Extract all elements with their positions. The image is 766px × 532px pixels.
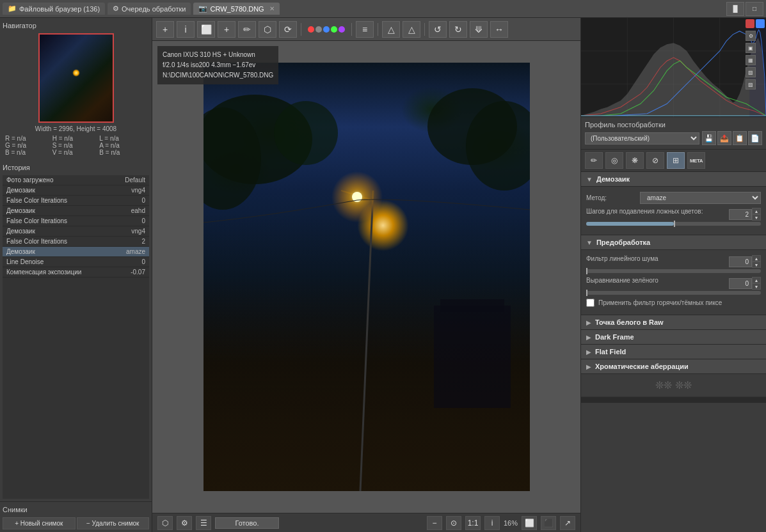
hist-blue-indicator[interactable] bbox=[756, 19, 765, 28]
line-denoise-up-button[interactable]: ▲ bbox=[752, 255, 761, 262]
tab-image[interactable]: 📷 CRW_5780.DNG ✕ bbox=[193, 3, 279, 15]
hist-red-indicator[interactable] bbox=[746, 19, 754, 28]
zoom-out-button[interactable]: − bbox=[427, 516, 442, 530]
hotpixel-label[interactable]: Применить фильтр горячих/тёмных пиксе bbox=[598, 299, 722, 306]
demosaic-header[interactable]: ▼ Демозаик bbox=[581, 172, 766, 187]
green-dot bbox=[331, 26, 337, 33]
left-panel: Навигатор Width = 2996, Height = 4008 R … bbox=[0, 18, 152, 532]
nav-a: A = n/a bbox=[99, 142, 147, 149]
export-button[interactable]: ↗ bbox=[560, 516, 575, 530]
line-denoise-down-button[interactable]: ▼ bbox=[752, 262, 761, 268]
bottom-scrollbar[interactable] bbox=[581, 396, 766, 403]
history-item[interactable]: Демозаик eahd bbox=[3, 206, 149, 216]
hist-option4-button[interactable]: ▨ bbox=[746, 79, 756, 90]
new-profile-button[interactable]: 📄 bbox=[748, 131, 762, 145]
demosaic-accordion: ▼ Демозаик Метод: amaze vng4 eahd Шагов … bbox=[581, 172, 766, 235]
demosaic-body: Метод: amaze vng4 eahd Шагов для подавле… bbox=[581, 187, 766, 235]
tab-meta[interactable]: META bbox=[687, 152, 705, 169]
history-item[interactable]: Компенсация экспозиции -0.07 bbox=[3, 267, 149, 278]
remove-snapshot-button[interactable]: − Удалить снимок bbox=[77, 517, 150, 529]
navigator-section: Навигатор Width = 2996, Height = 4008 R … bbox=[0, 18, 152, 160]
history-item[interactable]: Демозаик amaze bbox=[3, 247, 149, 257]
line-denoise-value: 0 bbox=[729, 256, 752, 267]
flip-button[interactable]: ⟱ bbox=[470, 21, 488, 38]
history-item[interactable]: Line Denoise 0 bbox=[3, 257, 149, 267]
queue-label: Очередь обработки bbox=[122, 5, 186, 13]
profile-section: Профиль постобработки (Пользовательский)… bbox=[581, 117, 766, 150]
save-profile-button[interactable]: 💾 bbox=[702, 131, 716, 145]
history-item[interactable]: Демозаик vng4 bbox=[3, 185, 149, 196]
maximize-button[interactable]: □ bbox=[746, 2, 763, 16]
zoom-100-button[interactable]: 1:1 bbox=[465, 516, 481, 530]
close-tab-icon[interactable]: ✕ bbox=[269, 5, 275, 12]
draw-button[interactable]: ✏ bbox=[238, 21, 256, 38]
image-tool3-button[interactable]: ☰ bbox=[196, 516, 211, 530]
alert1-button[interactable]: △ bbox=[382, 21, 400, 38]
false-color-down-button[interactable]: ▼ bbox=[752, 214, 761, 221]
info-button[interactable]: i bbox=[177, 21, 195, 38]
tab-details[interactable]: ❋ bbox=[626, 152, 644, 169]
compare-button[interactable]: ⬛ bbox=[541, 516, 556, 530]
preprocess-header[interactable]: ▼ Предобработка bbox=[581, 235, 766, 250]
tile-button[interactable]: ▐▌ bbox=[726, 2, 744, 16]
zoom-fit-button[interactable]: ⊙ bbox=[446, 516, 461, 530]
rotate-button[interactable]: + bbox=[218, 21, 235, 38]
navigator-thumbnail[interactable] bbox=[38, 33, 114, 123]
history-item[interactable]: Фото загружено Default bbox=[3, 175, 149, 185]
chromatic-header[interactable]: ▶ Хроматические аберрации bbox=[581, 359, 766, 373]
hist-option1-button[interactable]: ▣ bbox=[746, 43, 756, 53]
color-indicators bbox=[305, 26, 347, 33]
tab-lens[interactable]: ⊘ bbox=[646, 152, 664, 169]
hist-option3-button[interactable]: ▧ bbox=[746, 67, 756, 77]
transform-button[interactable]: ⟳ bbox=[279, 21, 297, 38]
green-eq-slider-track[interactable] bbox=[586, 291, 761, 295]
hist-settings-button[interactable]: ⚙ bbox=[746, 31, 756, 41]
fullscreen-button[interactable]: ⬜ bbox=[522, 516, 537, 530]
line-denoise-slider-track[interactable] bbox=[586, 269, 761, 273]
svg-point-7 bbox=[203, 107, 261, 210]
zoom-in-button[interactable]: + bbox=[156, 21, 174, 38]
flatfield-header[interactable]: ▶ Flat Field bbox=[581, 345, 766, 359]
hist-option2-button[interactable]: ▦ bbox=[746, 55, 756, 65]
image-statusbar: ⬡ ⚙ ☰ Готово. − ⊙ 1:1 i 16% ⬜ ⬛ ↗ bbox=[152, 513, 580, 532]
green-eq-down-button[interactable]: ▼ bbox=[752, 283, 761, 290]
zoom-info-button[interactable]: i bbox=[484, 516, 500, 530]
liquify-button[interactable]: ⬡ bbox=[259, 21, 276, 38]
profile-title: Профиль постобработки bbox=[585, 121, 762, 129]
alert2-button[interactable]: △ bbox=[403, 21, 420, 38]
undo-button[interactable]: ↺ bbox=[429, 21, 447, 38]
tab-filebrowser[interactable]: 📁 Файловый браузер (136) bbox=[3, 3, 105, 15]
darkframe-header[interactable]: ▶ Dark Frame bbox=[581, 330, 766, 344]
tab-raw[interactable]: ⊞ bbox=[667, 152, 685, 169]
false-color-slider-track[interactable] bbox=[586, 222, 761, 226]
tab-queue[interactable]: ⚙ Очередь обработки bbox=[108, 3, 191, 15]
crop-button[interactable]: ⬜ bbox=[197, 21, 215, 38]
snapshot-buttons: + Новый снимок − Удалить снимок bbox=[3, 517, 149, 529]
green-eq-up-button[interactable]: ▲ bbox=[752, 277, 761, 283]
blue-dot bbox=[323, 26, 330, 33]
false-color-slider-thumb bbox=[674, 221, 675, 227]
history-section: История Фото загружено Default Демозаик … bbox=[0, 160, 152, 501]
profile-select[interactable]: (Пользовательский) bbox=[585, 132, 699, 145]
mirror-button[interactable]: ↔ bbox=[490, 21, 508, 38]
export-profile-button[interactable]: 📤 bbox=[717, 131, 731, 145]
redo-button[interactable]: ↻ bbox=[449, 21, 467, 38]
green-eq-slider-thumb bbox=[586, 290, 587, 296]
false-color-up-button[interactable]: ▲ bbox=[752, 208, 761, 214]
image-tool1-button[interactable]: ⬡ bbox=[157, 516, 173, 530]
wave-button[interactable]: ≡ bbox=[356, 21, 374, 38]
history-item[interactable]: False Color Iterations 2 bbox=[3, 237, 149, 247]
copy-profile-button[interactable]: 📋 bbox=[733, 131, 747, 145]
histogram-area: ⚙ ▣ ▦ ▧ ▨ bbox=[581, 18, 766, 117]
history-item[interactable]: Демозаик vng4 bbox=[3, 226, 149, 237]
image-tool2-button[interactable]: ⚙ bbox=[177, 516, 192, 530]
tab-exposure[interactable]: ✏ bbox=[585, 152, 603, 169]
history-item[interactable]: False Color Iterations 0 bbox=[3, 216, 149, 226]
demosaic-method-select[interactable]: amaze vng4 eahd bbox=[640, 192, 761, 204]
tab-color[interactable]: ◎ bbox=[605, 152, 623, 169]
hotpixel-checkbox[interactable] bbox=[586, 299, 594, 307]
add-snapshot-button[interactable]: + Новый снимок bbox=[3, 517, 76, 529]
history-item[interactable]: False Color Iterations 0 bbox=[3, 196, 149, 206]
svg-line-1 bbox=[341, 191, 373, 200]
whitebalance-header[interactable]: ▶ Точка белого в Raw bbox=[581, 315, 766, 329]
